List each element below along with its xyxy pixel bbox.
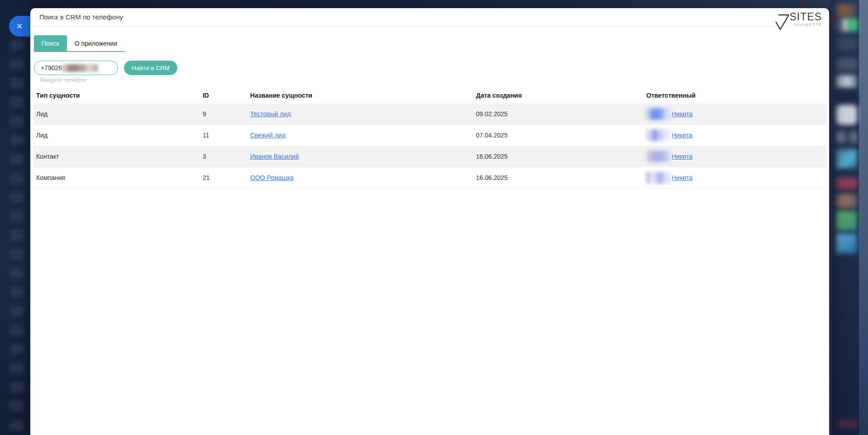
blurred-menu-icon (10, 59, 24, 70)
phone-input-wrap (34, 61, 118, 75)
blurred-chat-icon (836, 131, 857, 143)
created-date: 09.02.2025 (473, 104, 644, 125)
responsible-link[interactable]: Никита (672, 174, 693, 181)
entity-id: 11 (200, 125, 247, 146)
responsible-link[interactable]: Никита (672, 153, 693, 160)
blurred-menu-icon (10, 40, 24, 51)
blurred-menu-icon (10, 173, 24, 184)
logo-brand-text: SITES (790, 11, 822, 23)
blurred-avatar-icon (836, 4, 857, 17)
table-row: Лид 11 Свежий лид 07.04.2025 Никита (33, 125, 826, 146)
blurred-menu-icon (10, 268, 24, 279)
tab-bar: Поиск О приложении (34, 35, 125, 52)
tab-about[interactable]: О приложении (67, 35, 125, 51)
blurred-menu-icon (10, 97, 24, 108)
results-header-row: Тип сущности ID Название сущности Дата с… (33, 87, 826, 104)
blurred-menu-icon (10, 116, 24, 127)
blurred-menu-icon (10, 192, 24, 203)
blurred-menu-icon (10, 325, 24, 336)
tab-search[interactable]: Поиск (34, 35, 67, 51)
entity-link[interactable]: Иванов Василий (250, 153, 299, 160)
results-table: Тип сущности ID Название сущности Дата с… (33, 87, 826, 189)
blurred-phone-digits (62, 64, 98, 72)
blurred-menu-icon (10, 249, 24, 260)
right-rail-scroll-edge (859, 0, 868, 435)
table-row: Компания 21 ООО Ромашка 16.06.2025 Никит… (33, 167, 826, 189)
blurred-chat-icon (836, 149, 857, 168)
blurred-menu-icon (10, 382, 24, 392)
col-entity-name: Название сущности (247, 87, 473, 104)
responsible-link[interactable]: Никита (672, 110, 693, 118)
col-responsible: Ответственный (644, 87, 826, 104)
blurred-chat-icon (836, 75, 857, 88)
entity-id: 21 (200, 167, 247, 189)
entity-link[interactable]: ООО Ромашка (250, 174, 294, 181)
entity-link[interactable]: Свежий лид (250, 132, 285, 139)
table-row: Контакт 3 Иванов Василий 16.06.2025 Ники… (33, 146, 826, 167)
blurred-menu-icon (10, 363, 24, 374)
blurred-chat-icon (836, 420, 857, 428)
blurred-surname (646, 172, 671, 184)
tab-search-label: Поиск (42, 40, 59, 47)
modal-title: Поиск в CRM по телефону (39, 13, 123, 21)
blurred-chat-icon (836, 91, 857, 103)
blurred-menu-icon (10, 306, 24, 317)
blurred-surname (646, 151, 671, 162)
entity-type: Лид (33, 125, 200, 146)
blurred-chat-icon (836, 58, 857, 71)
col-id: ID (200, 87, 247, 104)
blurred-chat-icon (836, 233, 857, 253)
entity-link[interactable]: Тестовый лид (250, 110, 291, 118)
crm-search-slider: Поиск в CRM по телефону SITES культура C… (30, 8, 829, 435)
created-date: 16.06.2025 (473, 146, 644, 167)
blurred-chat-icon (836, 177, 857, 189)
blurred-chat-icon (836, 194, 857, 208)
blurred-menu-icon (10, 420, 24, 430)
entity-id: 3 (200, 146, 247, 167)
entity-type: Лид (33, 104, 200, 125)
entity-type: Компания (33, 167, 200, 189)
right-rail (829, 0, 868, 435)
blurred-menu-icon (10, 135, 24, 146)
entity-type: Контакт (33, 146, 200, 167)
blurred-notification-dot (800, 2, 807, 6)
created-date: 07.04.2025 (473, 125, 644, 146)
col-entity-type: Тип сущности (33, 87, 200, 104)
entity-id: 9 (200, 104, 247, 125)
blurred-surname (646, 129, 671, 141)
left-rail (0, 0, 30, 435)
blurred-chat-icon (836, 105, 857, 125)
phone-input-hint: Введите телефон (40, 77, 829, 83)
vendor-logo: SITES культура CRM (773, 11, 822, 31)
modal-header: Поиск в CRM по телефону (30, 8, 829, 26)
blurred-avatar-icon (836, 18, 857, 32)
blurred-menu-icon (10, 78, 24, 89)
search-row: Найти в CRM (34, 61, 829, 75)
close-icon: ✕ (16, 23, 23, 30)
blurred-menu-icon (10, 230, 24, 241)
find-in-crm-button[interactable]: Найти в CRM (124, 61, 177, 75)
created-date: 16.06.2025 (473, 167, 644, 189)
blurred-menu-icon (10, 287, 24, 298)
responsible-link[interactable]: Никита (672, 132, 693, 139)
tab-about-label: О приложении (75, 40, 117, 47)
logo-tagline: культура CRM (794, 23, 822, 26)
blurred-menu-icon (10, 401, 24, 411)
blurred-chat-icon (836, 37, 857, 51)
blurred-chat-icon (836, 211, 857, 231)
blurred-menu-icon (10, 211, 24, 222)
col-created: Дата создания (473, 87, 644, 104)
blurred-surname (646, 108, 671, 120)
table-row: Лид 9 Тестовый лид 09.02.2025 Никита (33, 104, 826, 125)
blurred-menu-icon (10, 344, 24, 355)
blurred-menu-icon (10, 154, 24, 165)
